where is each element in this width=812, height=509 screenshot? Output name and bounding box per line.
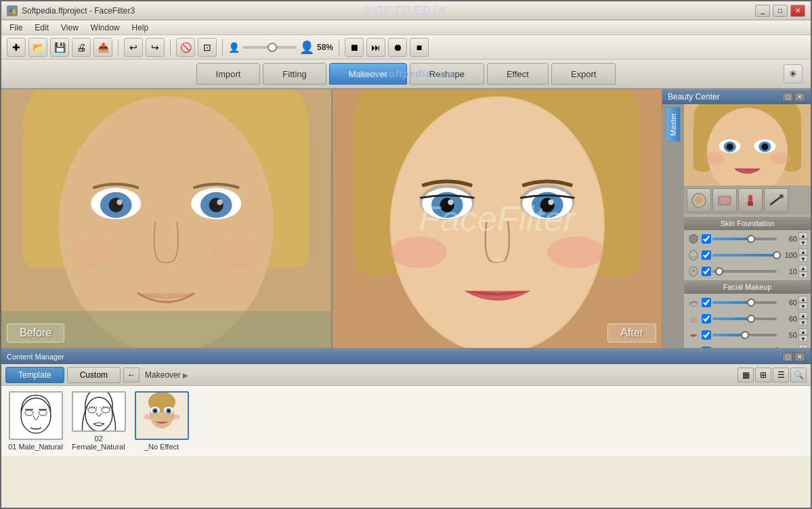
cm-item-male-natural[interactable]: 01 Male_Natural: [7, 391, 64, 451]
skin-slider-2-track[interactable]: [712, 254, 777, 257]
lipstick-tool-button[interactable]: [738, 188, 763, 213]
tab-makeover[interactable]: Makeover: [329, 63, 407, 85]
app-icon: 🎭: [7, 5, 18, 16]
fit-button[interactable]: ⊡: [198, 38, 217, 57]
cm-close-button[interactable]: ✕: [794, 352, 805, 361]
cm-label-female-natural: 02 Female_Natural: [70, 435, 127, 451]
app-window: 🎭 Softpedia.ffproject - FaceFilter3 SOFT…: [0, 0, 812, 509]
skin-slider-1-check[interactable]: [702, 234, 711, 244]
cm-item-female-natural[interactable]: 02 Female_Natural: [70, 391, 127, 451]
open-button[interactable]: 📂: [28, 38, 47, 57]
new-button[interactable]: ✚: [7, 38, 26, 57]
undo-button[interactable]: ↩: [124, 38, 143, 57]
square-button[interactable]: ■: [410, 38, 429, 57]
menu-bar: File Edit View Window Help: [1, 20, 811, 35]
svg-point-30: [448, 199, 453, 204]
record-button[interactable]: ⏺: [388, 38, 407, 57]
cm-toolbar: Template Custom ← Makeover ▶ ▦ ⊞ ☰ 🔍: [1, 364, 811, 386]
skin-slider-3-check[interactable]: [702, 267, 711, 276]
beauty-tab-master[interactable]: Master: [666, 107, 681, 142]
beauty-sidebar: Master: [662, 104, 684, 348]
facial-slider-1-down[interactable]: ▼: [798, 303, 808, 309]
print-button[interactable]: 🖨: [72, 38, 91, 57]
menu-file[interactable]: File: [4, 22, 28, 34]
tab-reshape[interactable]: Reshape: [410, 63, 484, 85]
cm-grid-large-button[interactable]: ⊞: [755, 368, 771, 382]
skin-slider-1-fill: [712, 238, 751, 240]
skin-slider-1-down[interactable]: ▼: [798, 239, 808, 246]
redo-button[interactable]: ↪: [146, 38, 165, 57]
skin-slider-2-check[interactable]: [702, 250, 711, 260]
close-button[interactable]: ✕: [790, 5, 805, 17]
sliders-container: Skin Foundation 60: [684, 215, 811, 348]
cm-grid-small-button[interactable]: ▦: [738, 368, 754, 382]
cm-item-no-effect[interactable]: _No Effect: [133, 391, 190, 451]
facial-slider-3-track[interactable]: [712, 334, 777, 336]
cm-list-button[interactable]: ☰: [773, 368, 789, 382]
skin-slider-2-up[interactable]: ▲: [798, 248, 808, 255]
eyebrow-icon: [687, 296, 700, 309]
skin-slider-3-down[interactable]: ▼: [798, 271, 808, 278]
tab-effect[interactable]: Effect: [487, 63, 549, 85]
facial-slider-1-track[interactable]: [712, 301, 777, 304]
beauty-close-button[interactable]: ✕: [794, 92, 805, 102]
skin-slider-2-down[interactable]: ▼: [798, 255, 808, 262]
beauty-restore-button[interactable]: ◻: [782, 92, 793, 102]
facial-slider-3-down[interactable]: ▼: [798, 335, 808, 342]
tab-export[interactable]: Export: [551, 63, 616, 85]
facial-slider-3-check[interactable]: [702, 330, 711, 340]
cm-tab-custom[interactable]: Custom: [67, 367, 121, 383]
facial-slider-2-thumb: [747, 315, 755, 323]
separator-2: [170, 39, 171, 56]
facial-slider-3-up[interactable]: ▲: [798, 328, 808, 335]
save-button[interactable]: 💾: [50, 38, 69, 57]
menu-window[interactable]: Window: [85, 22, 125, 34]
maximize-button[interactable]: □: [773, 5, 788, 17]
skin-slider-3-track[interactable]: [712, 270, 777, 273]
zoom-large-icon: 👤: [299, 40, 314, 55]
facial-slider-3-fill: [712, 334, 745, 336]
cm-search-button[interactable]: 🔍: [790, 368, 807, 382]
cm-content: 01 Male_Natural: [1, 386, 811, 456]
skin-slider-1-up[interactable]: ▲: [798, 232, 808, 239]
cm-thumb-no-effect: [135, 391, 189, 440]
cm-back-button[interactable]: ←: [123, 368, 140, 382]
menu-view[interactable]: View: [56, 22, 84, 34]
cm-tab-template[interactable]: Template: [5, 367, 64, 383]
facial-slider-1-check[interactable]: [702, 298, 711, 307]
zoom-slider[interactable]: [242, 46, 297, 49]
cancel-button[interactable]: 🚫: [176, 38, 195, 57]
facial-slider-4-check[interactable]: [702, 347, 711, 348]
export-button[interactable]: 📤: [93, 38, 112, 57]
menu-edit[interactable]: Edit: [29, 22, 54, 34]
beauty-panel: Beauty Center ◻ ✕ Master: [662, 89, 811, 348]
settings-button[interactable]: ✳: [784, 64, 803, 83]
stop-button[interactable]: ⏹: [345, 38, 364, 57]
tab-import[interactable]: Import: [196, 63, 261, 85]
next-button[interactable]: ⏭: [366, 38, 385, 57]
skin-slider-3-up[interactable]: ▲: [798, 265, 808, 271]
cm-thumb-female-natural: [72, 391, 126, 432]
svg-point-60: [690, 318, 697, 322]
svg-point-34: [492, 257, 504, 265]
minimize-button[interactable]: _: [755, 5, 770, 17]
facial-slider-1-up[interactable]: ▲: [798, 296, 808, 303]
eyeliner-tool-button[interactable]: [764, 188, 788, 213]
cm-restore-button[interactable]: ◻: [782, 352, 793, 361]
skin-slider-1-track[interactable]: [712, 238, 777, 240]
face-smooth-icon: [687, 248, 700, 262]
tab-fitting[interactable]: Fitting: [263, 63, 326, 85]
beauty-preview-svg: [684, 104, 811, 185]
facial-slider-4-up[interactable]: ▲: [798, 345, 808, 348]
skin-slider-2-thumb: [773, 251, 781, 259]
facial-slider-2-track[interactable]: [712, 317, 777, 320]
lip-gloss-icon: [687, 345, 700, 348]
foundation-tool-button[interactable]: [687, 188, 711, 213]
facial-slider-2-down[interactable]: ▼: [798, 319, 808, 326]
facial-slider-2-up[interactable]: ▲: [798, 312, 808, 319]
lips-icon: [687, 328, 700, 342]
menu-help[interactable]: Help: [127, 22, 154, 34]
facial-slider-2-value: 60: [778, 315, 797, 323]
facial-slider-2-check[interactable]: [702, 314, 711, 324]
blush-tool-button[interactable]: [712, 188, 737, 213]
